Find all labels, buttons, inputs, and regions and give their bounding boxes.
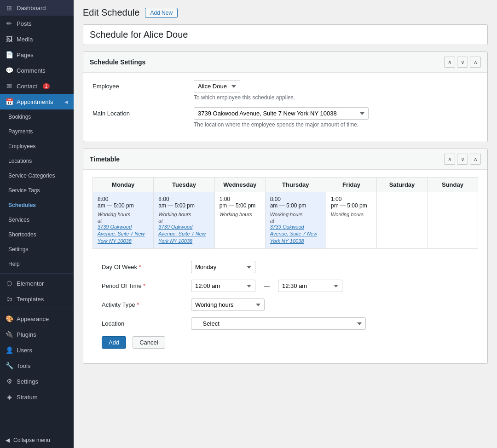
media-icon: 🖼 <box>6 35 13 43</box>
sidebar-item-service-categories[interactable]: Service Categories <box>0 168 74 183</box>
page-header: Edit Schedule Add New <box>83 7 488 18</box>
appointments-icon: 📅 <box>6 98 13 105</box>
cell-monday: 8:00am — 5:00 pm Working hours at 3739 O… <box>93 192 154 249</box>
collapse-arrow-icon: ◀ <box>6 437 10 443</box>
activity-type-row: Activity Type * Working hours Break Day … <box>102 299 469 311</box>
sidebar-item-dashboard[interactable]: ⊞ Dashboard <box>0 0 74 16</box>
templates-icon: 🗂 <box>6 295 13 303</box>
tuesday-time: 8:00am — 5:00 pm <box>158 196 209 209</box>
sidebar-item-settings-sub[interactable]: Settings <box>0 242 74 257</box>
sidebar-item-contact[interactable]: ✉ Contact 1 <box>0 78 74 94</box>
sidebar-item-tools[interactable]: 🔧 Tools <box>0 358 74 373</box>
sidebar-item-settings-main[interactable]: ⚙ Settings <box>0 373 74 389</box>
sidebar-item-payments[interactable]: Payments <box>0 124 74 139</box>
section-collapse-button[interactable]: ∧ <box>470 57 481 68</box>
contact-badge: 1 <box>43 83 50 89</box>
sidebar-item-elementor[interactable]: ⬡ Elementor <box>0 276 74 291</box>
tuesday-wh: Working hours <box>158 212 209 217</box>
period-of-time-row: Period Of Time * 12:00 am 12:30 am 1:00 … <box>102 280 469 292</box>
period-of-time-label: Period Of Time * <box>102 282 185 289</box>
add-button[interactable]: Add <box>102 336 126 349</box>
add-new-button[interactable]: Add New <box>145 8 178 18</box>
employee-help: To which employee this schedule applies. <box>194 94 478 101</box>
monday-time: 8:00am — 5:00 pm <box>98 196 149 209</box>
employee-label: Employee <box>92 80 185 90</box>
sidebar-item-stratum[interactable]: ◈ Stratum <box>0 389 74 405</box>
main-location-label: Main Location <box>92 107 185 117</box>
day-of-week-select[interactable]: Monday Tuesday Wednesday Thursday Friday… <box>191 261 255 273</box>
col-friday: Friday <box>326 178 376 192</box>
section-controls: ∧ ∨ ∧ <box>444 57 481 68</box>
timetable-title: Timetable <box>90 155 120 163</box>
sidebar-item-employees[interactable]: Employees <box>0 139 74 154</box>
schedule-title-input[interactable] <box>83 24 488 45</box>
sidebar-item-locations[interactable]: Locations <box>0 154 74 168</box>
timetable-up-button[interactable]: ∧ <box>444 154 455 165</box>
col-wednesday: Wednesday <box>214 178 265 192</box>
schedule-settings-section: Schedule Settings ∧ ∨ ∧ Employee Alice D… <box>83 52 488 142</box>
thursday-time: 8:00am — 5:00 pm <box>270 196 321 209</box>
monday-at: at <box>98 218 149 224</box>
location-select[interactable]: — Select — 3739 Oakwood Avenue, Suite 7 … <box>191 317 366 330</box>
tuesday-location[interactable]: 3739 Oakwood Avenue, Suite 7 New York NY… <box>158 224 206 244</box>
activity-type-select[interactable]: Working hours Break Day off <box>191 299 265 311</box>
sidebar-item-comments[interactable]: 💬 Comments <box>0 63 74 78</box>
sidebar-item-service-tags[interactable]: Service Tags <box>0 183 74 198</box>
users-icon: 👤 <box>6 346 13 354</box>
timetable-section: Timetable ∧ ∨ ∧ Monday Tuesday Wednesday… <box>83 149 488 364</box>
settings-icon: ⚙ <box>6 378 13 385</box>
sidebar-item-posts[interactable]: ✏ Posts <box>0 16 74 31</box>
location-label: Location <box>102 320 185 327</box>
sidebar-item-pages[interactable]: 📄 Pages <box>0 47 74 63</box>
sidebar-item-schedules[interactable]: Schedules <box>0 198 74 213</box>
posts-icon: ✏ <box>6 20 13 27</box>
timetable-table: Monday Tuesday Wednesday Thursday Friday… <box>92 177 478 249</box>
comments-icon: 💬 <box>6 67 13 74</box>
appearance-icon: 🎨 <box>6 315 13 322</box>
employee-select[interactable]: Alice Doue <box>194 80 240 92</box>
monday-wh: Working hours <box>98 212 149 217</box>
section-up-button[interactable]: ∧ <box>444 57 455 68</box>
sidebar-item-appointments[interactable]: 📅 Appointments ◀ <box>0 94 74 109</box>
sidebar-item-shortcodes[interactable]: Shortcodes <box>0 227 74 242</box>
main-content: Edit Schedule Add New Schedule Settings … <box>74 0 497 448</box>
elementor-icon: ⬡ <box>6 280 13 287</box>
cell-friday: 1:00pm — 5:00 pm Working hours <box>326 192 376 249</box>
timetable-controls: ∧ ∨ ∧ <box>444 154 481 165</box>
period-end-select[interactable]: 12:30 am 1:00 am 1:30 am <box>278 280 342 292</box>
schedule-settings-body: Employee Alice Doue To which employee th… <box>83 73 487 142</box>
monday-location[interactable]: 3739 Oakwood Avenue, Suite 7 New York NY… <box>98 224 145 244</box>
sidebar: ⊞ Dashboard ✏ Posts 🖼 Media 📄 Pages 💬 Co… <box>0 0 74 448</box>
employee-row: Employee Alice Doue To which employee th… <box>92 80 478 101</box>
add-entry-form: Day Of Week * Monday Tuesday Wednesday T… <box>92 253 478 356</box>
col-thursday: Thursday <box>265 178 326 192</box>
sidebar-item-appearance[interactable]: 🎨 Appearance <box>0 311 74 327</box>
cancel-button[interactable]: Cancel <box>133 336 165 349</box>
pages-icon: 📄 <box>6 51 13 58</box>
cell-wednesday: 1:00pm — 5:00 pm Working hours <box>214 192 265 249</box>
sidebar-item-help[interactable]: Help <box>0 257 74 271</box>
day-of-week-label: Day Of Week * <box>102 264 185 270</box>
thursday-location[interactable]: 3739 Oakwood Avenue, Suite 7 New York NY… <box>270 224 318 244</box>
main-location-select[interactable]: 3739 Oakwood Avenue, Suite 7 New York NY… <box>194 107 369 120</box>
sidebar-item-media[interactable]: 🖼 Media <box>0 31 74 47</box>
collapse-menu-button[interactable]: ◀ Collapse menu <box>0 432 74 448</box>
col-monday: Monday <box>93 178 154 192</box>
col-saturday: Saturday <box>376 178 427 192</box>
timetable-down-button[interactable]: ∨ <box>457 154 468 165</box>
sidebar-item-plugins[interactable]: 🔌 Plugins <box>0 327 74 342</box>
stratum-icon: ◈ <box>6 393 13 401</box>
sidebar-item-services[interactable]: Services <box>0 213 74 227</box>
timetable-collapse-button[interactable]: ∧ <box>470 154 481 165</box>
section-down-button[interactable]: ∨ <box>457 57 468 68</box>
sidebar-item-templates[interactable]: 🗂 Templates <box>0 291 74 307</box>
col-tuesday: Tuesday <box>154 178 214 192</box>
thursday-at: at <box>270 218 321 224</box>
sidebar-item-bookings[interactable]: Bookings <box>0 109 74 124</box>
period-required: * <box>143 282 145 289</box>
period-start-select[interactable]: 12:00 am 12:30 am 1:00 am <box>191 280 255 292</box>
location-row: Location — Select — 3739 Oakwood Avenue,… <box>102 317 469 330</box>
employee-field: Alice Doue To which employee this schedu… <box>194 80 478 101</box>
friday-time: 1:00pm — 5:00 pm <box>331 196 372 209</box>
sidebar-item-users[interactable]: 👤 Users <box>0 342 74 358</box>
